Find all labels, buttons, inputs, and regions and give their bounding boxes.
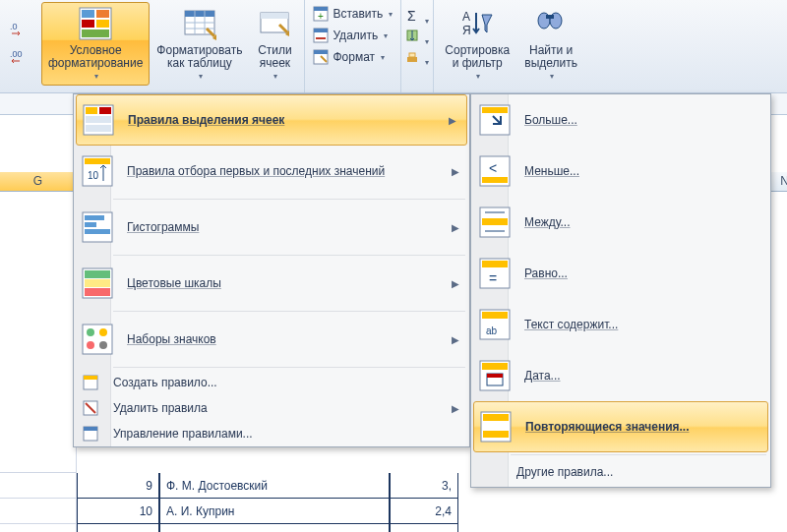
sort-filter-icon: АЯ [460,7,494,40]
increase-decimal-icon[interactable]: .00 [10,47,31,63]
conditional-formatting-menu: Правила выделения ячеек ▶ 10 Правила отб… [73,93,470,447]
insert-button[interactable]: + Вставить▾ [309,4,396,24]
editing-group-icons: Σ▾ ▾ ▾ [401,0,434,92]
submenu-less-than[interactable]: < Меньше... [471,146,770,197]
menu-item-label: Цветовые шкалы [127,276,221,290]
cell-styles-button[interactable]: Стили ячеек▾ [249,2,300,86]
find-select-button[interactable]: Найти и выделить▾ [516,2,585,86]
text-contains-icon: ab [479,309,511,340]
delete-cells-icon [313,28,329,43]
svg-rect-63 [482,107,508,113]
format-button[interactable]: Формат▾ [309,47,396,67]
menu-icon-sets[interactable]: Наборы значков ▶ [74,314,469,365]
svg-text:+: + [318,11,324,22]
chevron-down-icon: ▾ [550,70,554,83]
format-as-table-button[interactable]: Форматировать как таблицу▾ [150,2,249,86]
row-value[interactable]: 2,4 [390,499,458,524]
menu-top-bottom-rules[interactable]: 10 Правила отбора первых и последних зна… [74,146,469,197]
menu-item-label: Текст содержит... [524,318,618,331]
indent-group: .0 .00 [0,0,37,92]
svg-text:Я: Я [462,24,471,37]
svg-text:.00: .00 [10,49,23,59]
styles-group: Условное форматирование▾ Форматировать к… [37,0,305,92]
row-name[interactable]: А. И. Куприн [159,499,390,524]
col-header-g[interactable]: G [0,172,77,191]
find-select-icon [534,7,568,40]
menu-manage-rules[interactable]: Управление правилами... [74,421,469,446]
menu-clear-rules[interactable]: Удалить правила ▶ [74,395,469,421]
svg-text:10: 10 [88,170,99,181]
highlight-rules-icon [83,104,114,136]
format-cells-icon [313,49,329,65]
table-row[interactable] [0,524,787,532]
menu-color-scales[interactable]: Цветовые шкалы ▶ [74,258,469,309]
svg-rect-4 [96,10,109,18]
date-icon [479,360,511,391]
submenu-text-contains[interactable]: ab Текст содержит... [471,299,770,350]
svg-rect-25 [314,50,328,54]
svg-rect-83 [483,431,509,438]
submenu-greater-than[interactable]: Больше... [471,94,770,146]
svg-text:ab: ab [486,325,498,336]
svg-text:<: < [489,160,497,176]
delete-button[interactable]: Удалить▾ [309,26,396,45]
clear-icon[interactable]: ▾ [405,49,429,68]
menu-item-label: Гистограммы [127,220,199,234]
svg-rect-37 [99,107,111,114]
row-name[interactable]: Ф. М. Достоевский [159,473,390,499]
menu-item-label: Дата... [524,369,561,383]
chevron-right-icon: ▶ [452,166,459,177]
conditional-formatting-label: Условное форматирование [48,44,143,70]
format-label: Формат [333,50,375,64]
cells-gap[interactable] [0,192,77,473]
format-as-table-label: Форматировать как таблицу [156,44,242,70]
svg-rect-57 [84,376,97,380]
submenu-between[interactable]: Между... [471,197,770,248]
ribbon: .0 .00 Условное форматирование▾ Форматир… [0,0,787,93]
conditional-formatting-icon [79,7,112,40]
svg-point-55 [99,341,107,349]
decrease-decimal-icon[interactable]: .0 [10,20,31,35]
svg-rect-29 [409,53,415,57]
autosum-icon[interactable]: Σ▾ [405,8,429,27]
row-number[interactable]: 9 [77,473,159,499]
svg-rect-82 [483,414,509,421]
svg-rect-5 [82,20,94,28]
submenu-equal-to[interactable]: = Равно... [471,248,770,299]
menu-item-label: Меньше... [524,164,579,178]
menu-data-bars[interactable]: Гистограммы ▶ [74,202,469,253]
svg-rect-68 [482,218,508,225]
row-number[interactable]: 10 [77,499,159,524]
fill-icon[interactable]: ▾ [405,29,429,47]
sort-filter-button[interactable]: АЯ Сортировка и фильтр▾ [438,2,516,86]
menu-new-rule[interactable]: Создать правило... [74,370,469,395]
submenu-date-occurring[interactable]: Дата... [471,350,770,401]
svg-rect-41 [85,158,110,164]
menu-item-label: Создать правило... [113,376,217,389]
svg-rect-36 [86,107,97,114]
svg-text:=: = [489,270,497,286]
conditional-formatting-button[interactable]: Условное форматирование▾ [41,2,150,86]
delete-label: Удалить [333,29,378,42]
chevron-right-icon: ▶ [452,222,459,233]
duplicate-values-icon [480,411,512,443]
svg-text:.0: .0 [10,22,18,31]
submenu-more-rules[interactable]: Другие правила... [471,457,770,487]
chevron-right-icon: ▶ [452,403,459,414]
editing-group: АЯ Сортировка и фильтр▾ Найти и выделить… [434,0,589,92]
between-icon [479,207,511,238]
chevron-down-icon: ▾ [389,10,393,19]
find-select-label: Найти и выделить [524,44,577,70]
svg-rect-44 [85,215,104,220]
submenu-duplicate-values[interactable]: Повторяющиеся значения... [473,401,768,452]
table-row[interactable]: 10 А. И. Куприн 2,4 [0,499,787,524]
new-rule-icon [82,374,99,391]
row-value[interactable]: 3, [390,473,458,499]
insert-cells-icon: + [313,6,329,22]
svg-rect-9 [185,11,214,17]
menu-item-label: Правила отбора первых и последних значен… [127,164,385,178]
top-bottom-icon: 10 [82,155,113,187]
menu-item-label: Наборы значков [127,332,216,346]
menu-highlight-cells-rules[interactable]: Правила выделения ячеек ▶ [76,94,467,146]
svg-text:Σ: Σ [407,8,416,24]
